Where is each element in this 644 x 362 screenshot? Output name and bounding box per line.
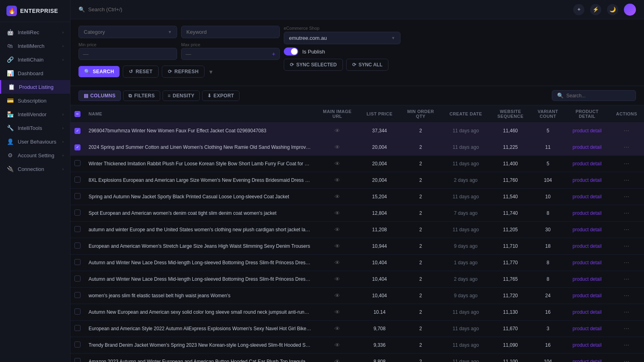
row-checkbox-5[interactable]: [74, 193, 80, 199]
sidebar-item-intellirec[interactable]: 🤖 IntelliRec ›: [0, 25, 70, 39]
row-actions-btn-7[interactable]: ···: [622, 225, 631, 234]
eye-icon-3[interactable]: 👁: [334, 160, 340, 167]
row-checkbox-6[interactable]: [74, 210, 80, 216]
sidebar-item-product-listing[interactable]: 📋 Product Listing: [0, 80, 70, 94]
sync-selected-button[interactable]: ⟳ SYNC SELECTED: [284, 59, 343, 71]
max-price-label: Max price: [181, 42, 280, 47]
eye-icon-4[interactable]: 👁: [334, 177, 340, 183]
more-options-icon[interactable]: ▾: [209, 68, 213, 76]
eye-icon-15[interactable]: 👁: [334, 358, 340, 362]
product-detail-link-11[interactable]: product detail: [573, 293, 602, 298]
table-search-input[interactable]: [566, 93, 631, 99]
sidebar-item-intellitools[interactable]: 🔧 IntelliTools ›: [0, 121, 70, 135]
columns-button[interactable]: ▤ COLUMNS: [78, 90, 121, 101]
row-checkbox-9[interactable]: [74, 259, 80, 265]
product-detail-link-12[interactable]: product detail: [573, 309, 602, 315]
user-avatar[interactable]: [624, 4, 636, 16]
sidebar-item-intellichain[interactable]: 🔗 IntelliChain ›: [0, 53, 70, 66]
sidebar-item-user-behaviours[interactable]: 👤 User Behaviours ›: [0, 135, 70, 148]
row-actions-btn-12[interactable]: ···: [622, 308, 631, 317]
row-checkbox-12[interactable]: [74, 309, 80, 315]
product-detail-link-4[interactable]: product detail: [573, 177, 602, 183]
min-price-input[interactable]: —: [78, 48, 177, 60]
eye-icon-5[interactable]: 👁: [334, 193, 340, 200]
eye-icon-8[interactable]: 👁: [334, 243, 340, 249]
product-detail-link-9[interactable]: product detail: [573, 260, 602, 265]
row-checkbox-7[interactable]: [74, 226, 80, 232]
eye-icon-12[interactable]: 👁: [334, 309, 340, 315]
product-detail-link-10[interactable]: product detail: [573, 276, 602, 282]
category-filter[interactable]: ▼: [78, 26, 177, 38]
row-checkbox-1[interactable]: [74, 128, 80, 134]
select-all-checkbox[interactable]: [74, 111, 80, 117]
density-button[interactable]: ≡ DENSITY: [163, 90, 200, 101]
sparkle-icon[interactable]: ✦: [573, 4, 584, 15]
row-actions-btn-3[interactable]: ···: [622, 159, 631, 168]
sync-all-button[interactable]: ⟳ SYNC ALL: [346, 59, 389, 71]
row-checkbox-13[interactable]: [74, 325, 80, 331]
product-detail-link-6[interactable]: product detail: [573, 210, 602, 216]
row-actions-btn-9[interactable]: ···: [622, 258, 631, 267]
eye-icon-7[interactable]: 👁: [334, 226, 340, 233]
eye-icon-10[interactable]: 👁: [334, 276, 340, 282]
eye-icon-14[interactable]: 👁: [334, 342, 340, 348]
row-checkbox-11[interactable]: [74, 292, 80, 298]
moon-icon[interactable]: 🌙: [607, 4, 618, 15]
sidebar-item-account-setting[interactable]: ⚙ Account Setting ›: [0, 148, 70, 162]
row-actions-btn-10[interactable]: ···: [622, 275, 631, 284]
product-detail-link-3[interactable]: product detail: [573, 161, 602, 167]
row-checkbox-2[interactable]: [74, 144, 80, 150]
shop-select[interactable]: emutree.com.au ▼: [284, 32, 400, 44]
keyword-filter[interactable]: [181, 26, 280, 38]
eye-icon-2[interactable]: 👁: [334, 144, 340, 150]
row-actions-btn-5[interactable]: ···: [622, 192, 631, 201]
row-checkbox-4[interactable]: [74, 177, 80, 183]
row-actions-btn-13[interactable]: ···: [622, 324, 631, 333]
row-checkbox-10[interactable]: [74, 276, 80, 282]
product-detail-link-15[interactable]: product detail: [573, 359, 602, 362]
refresh-button[interactable]: ⟳ REFRESH: [162, 66, 205, 78]
row-checkbox-15[interactable]: [74, 358, 80, 362]
product-detail-link-14[interactable]: product detail: [573, 342, 602, 348]
row-actions-btn-2[interactable]: ···: [622, 143, 631, 152]
row-checkbox-3[interactable]: [74, 160, 80, 166]
row-actions-btn-8[interactable]: ···: [622, 242, 631, 251]
eye-icon-1[interactable]: 👁: [334, 128, 340, 134]
table-search[interactable]: 🔍: [552, 90, 636, 101]
eye-icon-11[interactable]: 👁: [334, 292, 340, 299]
topbar-search-input[interactable]: [88, 6, 169, 12]
category-input[interactable]: [84, 29, 166, 35]
keyword-input[interactable]: [186, 29, 275, 35]
sidebar-item-connection[interactable]: 🔌 Connection ›: [0, 162, 70, 176]
publish-toggle[interactable]: [284, 47, 298, 56]
sidebar-item-dashboard[interactable]: 📊 Dashboard: [0, 66, 70, 80]
product-detail-link-13[interactable]: product detail: [573, 326, 602, 331]
eye-icon-6[interactable]: 👁: [334, 210, 340, 216]
row-actions-btn-14[interactable]: ···: [622, 341, 631, 350]
eye-icon-13[interactable]: 👁: [334, 325, 340, 332]
row-actions-btn-1[interactable]: ···: [622, 126, 631, 135]
settings-icon[interactable]: ⚡: [590, 4, 601, 15]
max-price-input[interactable]: — +: [181, 48, 280, 60]
sidebar-item-subscription[interactable]: 💳 Subscription: [0, 94, 70, 107]
filters-button[interactable]: ⧉ FILTERS: [123, 90, 160, 101]
row-checkbox-14[interactable]: [74, 341, 80, 348]
row-actions-btn-15[interactable]: ···: [622, 357, 631, 362]
product-detail-link-5[interactable]: product detail: [573, 194, 602, 200]
search-button[interactable]: 🔍 SEARCH: [78, 66, 120, 77]
sidebar-item-intellimerch[interactable]: 🛍 IntelliMerch ›: [0, 39, 70, 53]
export-button[interactable]: ⬇ EXPORT: [202, 90, 239, 101]
row-checkbox-8[interactable]: [74, 243, 80, 249]
row-actions-btn-11[interactable]: ···: [622, 291, 631, 300]
product-detail-link-1[interactable]: product detail: [573, 128, 602, 134]
sidebar-item-intellivendor[interactable]: 🏪 IntelliVendor ›: [0, 107, 70, 121]
row-actions-btn-4[interactable]: ···: [622, 176, 631, 185]
reset-button[interactable]: ↺ RESET: [123, 66, 158, 78]
product-detail-link-2[interactable]: product detail: [573, 144, 602, 150]
row-actions-btn-6[interactable]: ···: [622, 209, 631, 218]
row-price-13: 9,708: [359, 321, 400, 337]
nav-icon-account-setting: ⚙: [6, 152, 14, 158]
eye-icon-9[interactable]: 👁: [334, 259, 340, 266]
product-detail-link-7[interactable]: product detail: [573, 227, 602, 232]
product-detail-link-8[interactable]: product detail: [573, 243, 602, 249]
